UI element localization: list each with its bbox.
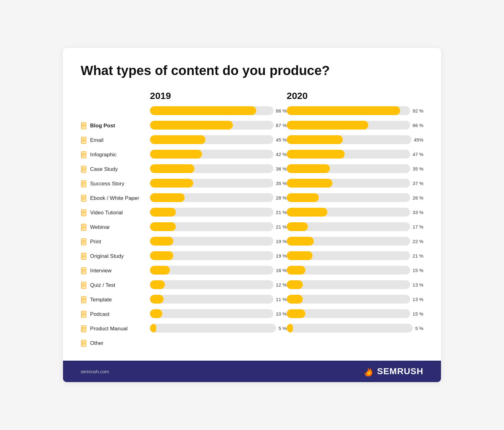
label-text: Print <box>90 239 101 245</box>
bar-label: 45% <box>414 137 423 142</box>
label-row: Ebook / White Paper <box>81 191 150 206</box>
bar-wrapper: 36 % <box>150 164 287 173</box>
bar-track <box>150 324 276 333</box>
bar-fill <box>287 106 400 115</box>
bar-wrapper: 45 % <box>150 135 287 144</box>
bar-label: 5 % <box>415 326 423 331</box>
bar-track-wrap <box>150 164 273 173</box>
bar-fill <box>150 121 233 130</box>
bar-wrapper: 45% <box>287 135 423 144</box>
semrush-logo: SEMRUSH <box>363 366 423 377</box>
label-text: Video Tutorial <box>90 210 123 216</box>
bar-track-wrap <box>287 193 410 202</box>
chart-area: Blog Post Email Infographic Case Study S <box>81 88 423 351</box>
bar-track <box>287 251 410 260</box>
bar-row-2020: 22 % <box>287 234 423 248</box>
bar-row-2019: 36 % <box>150 161 287 176</box>
chart-card: What types of content do you produce? Bl… <box>63 48 441 382</box>
bar-wrapper: 86 % <box>150 106 287 115</box>
bar-row-2019: 35 % <box>150 176 287 190</box>
label-row: Print <box>81 235 150 249</box>
label-text: Podcast <box>90 311 109 317</box>
bar-fill <box>287 135 343 144</box>
bar-track <box>287 309 410 318</box>
label-row: Video Tutorial <box>81 206 150 220</box>
bar-label: 33 % <box>413 210 423 215</box>
bar-track-wrap <box>150 193 273 202</box>
bar-track <box>287 193 410 202</box>
bar-label: 5 % <box>278 326 287 331</box>
bar-track <box>150 266 273 275</box>
bar-row-2019: 21 % <box>150 205 287 219</box>
bar-track-wrap <box>150 309 273 318</box>
bar-track <box>287 280 410 289</box>
label-text: Other <box>90 340 104 346</box>
bar-track <box>150 309 273 318</box>
bar-track <box>150 164 273 173</box>
label-text: Blog Post <box>90 123 115 129</box>
bar-track-wrap <box>150 106 273 115</box>
bar-track-wrap <box>287 150 410 159</box>
bar-wrapper: 15 % <box>287 309 423 318</box>
bar-wrapper: 5 % <box>150 324 287 333</box>
label-row: Blog Post <box>81 119 150 133</box>
bar-track-wrap <box>287 324 413 333</box>
bar-wrapper: 15 % <box>287 266 423 275</box>
bar-track-wrap <box>287 251 410 260</box>
bar-track-wrap <box>150 135 273 144</box>
bar-wrapper: 67 % <box>150 121 287 130</box>
bar-track <box>287 237 410 246</box>
bar-fill <box>287 222 308 231</box>
bar-label: 15 % <box>413 311 423 317</box>
bar-row-2020: 47 % <box>287 147 423 161</box>
label-row: Product Manual <box>81 322 150 336</box>
bar-track <box>287 324 413 333</box>
bar-fill <box>287 193 319 202</box>
bar-label: 26 % <box>413 195 423 200</box>
bar-track <box>287 164 410 173</box>
bar-row-2020: 33 % <box>287 205 423 219</box>
bar-label: 47 % <box>413 152 423 157</box>
bar-label: 21 % <box>276 210 287 215</box>
bar-label: 13 % <box>413 282 423 288</box>
bar-wrapper: 16 % <box>150 266 287 275</box>
bar-track <box>287 106 410 115</box>
bar-row-2020: 15 % <box>287 306 423 321</box>
footer: semrush.com SEMRUSH <box>63 361 441 382</box>
doc-icon <box>81 282 88 289</box>
bar-label: 66 % <box>413 123 423 128</box>
doc-icon <box>81 137 88 144</box>
bar-track-wrap <box>287 309 410 318</box>
bar-track <box>287 135 411 144</box>
bar-wrapper: 19 % <box>150 251 287 260</box>
bar-track-wrap <box>287 295 410 304</box>
bar-fill <box>150 150 202 159</box>
bar-wrapper: 19 % <box>150 237 287 246</box>
bar-label: 22 % <box>413 239 423 244</box>
bar-track <box>287 150 410 159</box>
bar-track <box>150 106 273 115</box>
bar-track <box>150 179 273 188</box>
bar-row-2020: 26 % <box>287 190 423 205</box>
bar-track <box>150 295 273 304</box>
bar-row-2020: 17 % <box>287 219 423 234</box>
bar-fill <box>150 266 170 275</box>
bar-row-2019: 12 % <box>150 277 287 292</box>
bar-label: 45 % <box>276 137 287 142</box>
bar-track-wrap <box>150 150 273 159</box>
bar-fill <box>150 164 194 173</box>
bar-track-wrap <box>150 251 273 260</box>
bar-row-2019: 19 % <box>150 248 287 263</box>
label-row: Email <box>81 133 150 148</box>
semrush-brand-text: SEMRUSH <box>377 366 423 376</box>
bar-label: 92 % <box>413 108 423 113</box>
bar-row-2020: 5 % <box>287 321 423 335</box>
bar-label: 12 % <box>276 282 287 288</box>
bar-row-2019: 45 % <box>150 132 287 147</box>
bar-track-wrap <box>150 324 276 333</box>
doc-icon <box>81 122 88 129</box>
label-text: Success Story <box>90 181 124 187</box>
bar-label: 35 % <box>413 166 423 171</box>
bar-fill <box>150 106 256 115</box>
bar-fill <box>287 164 330 173</box>
